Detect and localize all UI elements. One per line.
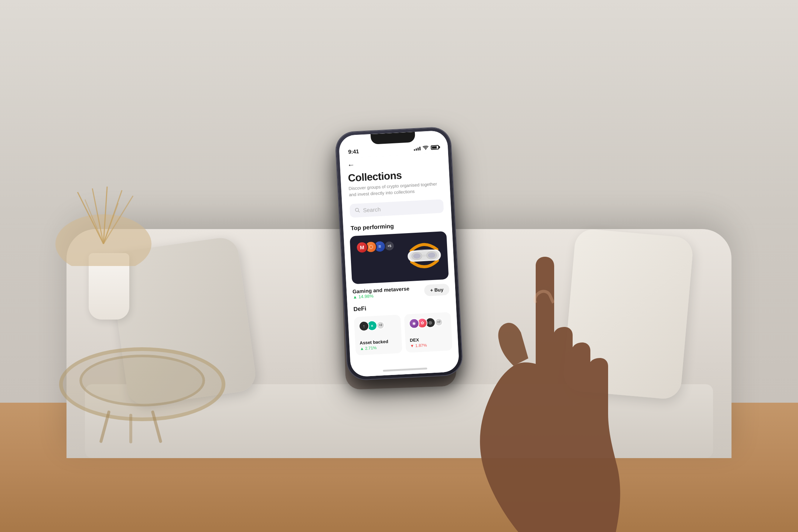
coin-icons: M ⬡ ≡ +5 — [356, 237, 441, 253]
hand-svg — [454, 192, 658, 532]
phone-wrapper: 9:41 — [335, 127, 463, 380]
top-card-coins: M ⬡ ≡ +5 — [349, 231, 447, 260]
signal-icon — [414, 146, 421, 151]
top-performing-card[interactable]: M ⬡ ≡ +5 — [349, 231, 449, 284]
top-card-info: Gaming and metaverse ▲ 14.98% — [352, 286, 410, 300]
search-placeholder: Search — [363, 206, 381, 213]
battery-fill — [432, 146, 437, 149]
phone-screen: 9:41 — [338, 130, 460, 377]
status-time: 9:41 — [348, 148, 359, 155]
table-leg-3 — [129, 414, 132, 443]
search-icon — [355, 208, 360, 213]
defi-section: DeFi ↑ × +2 Asset backed ▲ 2.71% — [347, 300, 458, 355]
hand-container — [454, 192, 658, 532]
defi-asset-badge: +2 — [376, 321, 385, 329]
phone-in-scene: 9:41 — [335, 127, 463, 380]
defi-grid: ↑ × +2 Asset backed ▲ 2.71% ◉ — [354, 312, 453, 355]
defi-asset-change: ▲ 2.71% — [360, 344, 398, 351]
app-content: ← Collections Discover groups of crypto … — [340, 153, 460, 377]
scene: 9:41 — [0, 0, 798, 532]
signal-bar-2 — [416, 148, 417, 150]
signal-bar-1 — [414, 149, 415, 150]
buy-button[interactable]: + Buy — [424, 283, 450, 296]
battery-icon — [431, 145, 439, 150]
defi-card-dex[interactable]: ◉ ✿ ◎ +7 DEX ▼ 1.87% — [404, 312, 453, 352]
defi-card-asset-backed[interactable]: ↑ × +2 Asset backed ▲ 2.71% — [354, 314, 402, 355]
plant — [48, 185, 159, 266]
signal-bar-4 — [419, 147, 421, 150]
coffee-table-inner — [79, 355, 205, 406]
wifi-icon — [423, 145, 429, 150]
defi-dex-coins: ◉ ✿ ◎ +7 — [409, 317, 447, 329]
defi-dex-change: ▼ 1.87% — [410, 342, 448, 348]
defi-asset-coins: ↑ × +2 — [358, 319, 396, 331]
status-icons — [414, 145, 439, 151]
defi-dex-badge: +7 — [434, 318, 443, 326]
signal-bar-3 — [417, 147, 419, 150]
svg-line-9 — [358, 211, 359, 212]
